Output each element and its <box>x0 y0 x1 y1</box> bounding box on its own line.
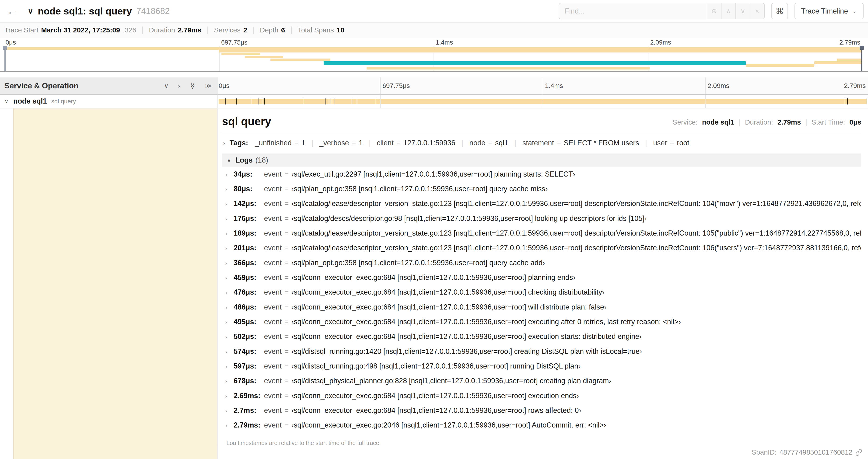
log-field-value: ‹sql/plan_opt.go:358 [nsql1,client=127.0… <box>291 259 545 267</box>
log-row[interactable]: ›366μs:event=‹sql/plan_opt.go:358 [nsql1… <box>222 259 861 273</box>
log-message: event=‹sql/catalog/lease/descriptor_vers… <box>264 244 862 252</box>
minimap-right-handle[interactable] <box>861 46 862 71</box>
next-match-icon[interactable]: ∨ <box>736 3 750 19</box>
summary-item: Total Spans10 <box>298 26 344 34</box>
log-row[interactable]: ›201μs:event=‹sql/catalog/lease/descript… <box>222 244 861 258</box>
log-marker-tick <box>845 98 845 104</box>
chevron-right-icon[interactable]: › <box>225 216 234 222</box>
log-row[interactable]: ›502μs:event=‹sql/conn_executor_exec.go:… <box>222 332 861 347</box>
span-row-timeline[interactable] <box>217 95 868 108</box>
log-timestamp: 176μs: <box>234 214 264 223</box>
logs-label: Logs <box>236 156 253 164</box>
chevron-right-icon[interactable]: › <box>225 305 234 311</box>
log-timestamp: 495μs: <box>234 318 264 326</box>
span-name-cell[interactable]: ∨ node sql1 sql query <box>0 95 217 108</box>
deep-link-icon[interactable] <box>855 449 862 456</box>
log-marker-tick <box>258 98 259 104</box>
start-time-label: Start Time: <box>811 118 845 126</box>
chevron-right-icon[interactable]: › <box>225 260 234 267</box>
expand-all-icon[interactable]: ≫ <box>205 83 211 89</box>
log-row[interactable]: ›486μs:event=‹sql/conn_executor_exec.go:… <box>222 303 861 318</box>
trace-page: ← ∨ node sql1: sql query 7418682 ⊕∧∨× ⌘ … <box>0 0 868 459</box>
minimap-span-bar <box>271 59 331 61</box>
log-row[interactable]: ›142μs:event=‹sql/catalog/lease/descript… <box>222 199 861 214</box>
log-field-value: ‹sql/conn_executor_exec.go:2046 [nsql1,c… <box>291 421 606 429</box>
log-field-key: event <box>264 229 282 237</box>
time-tick-label: 697.75μs <box>221 39 248 46</box>
tag-key: statement <box>522 139 554 147</box>
chevron-right-icon[interactable]: › <box>225 378 234 385</box>
minimap-canvas[interactable] <box>4 46 862 71</box>
clear-search-icon[interactable]: × <box>750 3 765 19</box>
chevron-right-icon[interactable]: › <box>225 172 234 178</box>
log-row[interactable]: ›2.79ms:event=‹sql/conn_executor_exec.go… <box>222 421 861 436</box>
summary-value: 6 <box>281 26 285 34</box>
log-row[interactable]: ›574μs:event=‹sql/distsql_running.go:142… <box>222 347 861 362</box>
collapse-one-icon[interactable]: ∨ <box>164 83 168 89</box>
log-row[interactable]: ›2.7ms:event=‹sql/conn_executor_exec.go:… <box>222 406 861 421</box>
minimap-left-handle[interactable] <box>4 46 6 71</box>
log-row[interactable]: ›459μs:event=‹sql/conn_executor_exec.go:… <box>222 273 861 288</box>
expand-one-icon[interactable]: › <box>178 83 180 89</box>
keyboard-shortcuts-button[interactable]: ⌘ <box>771 3 788 19</box>
trace-collapse-icon[interactable]: ∨ <box>28 6 33 15</box>
tag-value: root <box>677 139 689 147</box>
log-field-value: ‹sql/conn_executor_exec.go:684 [nsql1,cl… <box>291 332 642 340</box>
chevron-right-icon[interactable]: › <box>225 364 234 370</box>
span-expand-icon[interactable]: ∨ <box>4 98 13 104</box>
log-message: event=‹sql/conn_executor_exec.go:684 [ns… <box>264 392 579 400</box>
summary-label: Services <box>214 26 241 34</box>
log-row[interactable]: ›495μs:event=‹sql/conn_executor_exec.go:… <box>222 318 861 332</box>
chevron-right-icon[interactable]: › <box>225 408 234 414</box>
prev-match-icon[interactable]: ∧ <box>721 3 736 19</box>
logs-accordion-header[interactable]: ∨ Logs (18) <box>222 154 861 167</box>
chevron-right-icon[interactable]: › <box>225 319 234 326</box>
chevron-right-icon[interactable]: › <box>225 334 234 340</box>
chevron-right-icon[interactable]: › <box>225 245 234 252</box>
start-time-value: 0μs <box>849 118 861 126</box>
tags-accordion[interactable]: › Tags: _unfinished=1|_verbose=1|client=… <box>222 133 861 150</box>
back-icon[interactable]: ← <box>0 5 24 17</box>
chevron-right-icon[interactable]: › <box>225 231 234 237</box>
chevron-right-icon[interactable]: › <box>225 186 234 193</box>
log-row[interactable]: ›597μs:event=‹sql/distsql_running.go:498… <box>222 362 861 377</box>
page-header: ← ∨ node sql1: sql query 7418682 ⊕∧∨× ⌘ … <box>0 0 868 23</box>
chevron-right-icon[interactable]: › <box>225 393 234 399</box>
log-row[interactable]: ›80μs:event=‹sql/plan_opt.go:358 [nsql1,… <box>222 185 861 199</box>
log-message: event=‹sql/distsql_physical_planner.go:8… <box>264 377 611 385</box>
log-row[interactable]: ›678μs:event=‹sql/distsql_physical_plann… <box>222 377 861 391</box>
trace-view-label: Trace Timeline <box>801 7 848 15</box>
minimap-span-bar <box>837 59 862 61</box>
log-timestamp: 201μs: <box>234 244 264 252</box>
log-field-value: ‹sql/conn_executor_exec.go:684 [nsql1,cl… <box>291 288 604 296</box>
log-marker-tick <box>251 98 251 104</box>
log-message: event=‹sql/catalog/lease/descriptor_vers… <box>264 229 862 237</box>
log-marker-tick <box>325 98 325 104</box>
tag-divider: | <box>645 139 647 147</box>
find-input[interactable] <box>559 3 707 19</box>
trace-view-selector[interactable]: Trace Timeline ⌄ <box>795 3 864 19</box>
summary-divider <box>291 27 291 34</box>
span-service-name: node sql1 <box>13 97 47 105</box>
log-row[interactable]: ›2.69ms:event=‹sql/conn_executor_exec.go… <box>222 392 861 406</box>
log-row[interactable]: ›34μs:event=‹sql/exec_util.go:2297 [nsql… <box>222 170 861 185</box>
duration-value: 2.79ms <box>777 118 801 126</box>
log-row[interactable]: ›176μs:event=‹sql/catalog/descs/descript… <box>222 214 861 229</box>
tag-value: 127.0.0.1:59936 <box>403 139 456 147</box>
log-field-key: event <box>264 273 282 282</box>
chevron-right-icon[interactable]: › <box>225 290 234 296</box>
tag-value: SELECT * FROM users <box>564 139 639 147</box>
minimap-span-bar <box>367 67 650 69</box>
collapse-all-icon[interactable]: ≫ <box>189 83 195 89</box>
chevron-right-icon[interactable]: › <box>225 423 234 429</box>
zoom-to-match-icon[interactable]: ⊕ <box>707 3 722 19</box>
chevron-right-icon[interactable]: › <box>225 275 234 281</box>
log-row[interactable]: ›189μs:event=‹sql/catalog/lease/descript… <box>222 229 861 244</box>
log-equals: = <box>284 377 289 385</box>
tag-value: sql1 <box>495 139 508 147</box>
log-row[interactable]: ›476μs:event=‹sql/conn_executor_exec.go:… <box>222 288 861 303</box>
tag: client=127.0.0.1:59936 <box>377 139 456 147</box>
chevron-right-icon[interactable]: › <box>225 201 234 207</box>
chevron-right-icon[interactable]: › <box>225 349 234 355</box>
summary-label: Depth <box>260 26 278 34</box>
